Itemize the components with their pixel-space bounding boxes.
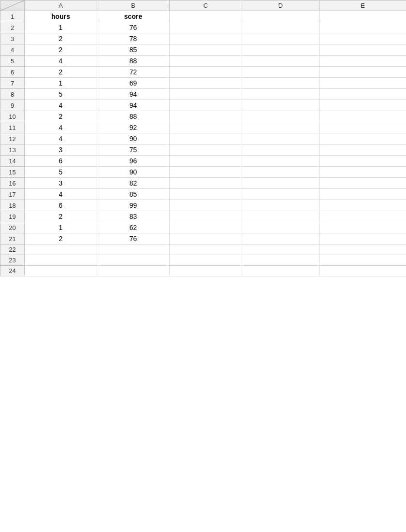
cell-e-7[interactable] xyxy=(319,78,406,89)
table-row[interactable]: 16382 xyxy=(0,178,406,189)
cell-a-24[interactable] xyxy=(25,266,97,276)
cell-e-3[interactable] xyxy=(319,33,406,44)
cell-c-3[interactable] xyxy=(170,33,242,44)
table-row[interactable]: 1hoursscore xyxy=(0,11,406,22)
cell-c-20[interactable] xyxy=(170,222,242,233)
cell-a-23[interactable] xyxy=(25,255,97,266)
cell-e-12[interactable] xyxy=(319,133,406,144)
cell-d-18[interactable] xyxy=(242,200,319,211)
table-row[interactable]: 14696 xyxy=(0,156,406,167)
cell-d-13[interactable] xyxy=(242,144,319,156)
table-row[interactable]: 21276 xyxy=(0,233,406,244)
cell-b-18[interactable]: 99 xyxy=(97,200,170,211)
table-row[interactable]: 13375 xyxy=(0,144,406,156)
cell-d-6[interactable] xyxy=(242,67,319,78)
table-row[interactable]: 24 xyxy=(0,266,406,276)
table-row[interactable]: 3278 xyxy=(0,33,406,44)
cell-c-1[interactable] xyxy=(170,11,242,22)
cell-e-4[interactable] xyxy=(319,44,406,56)
cell-e-11[interactable] xyxy=(319,122,406,133)
table-row[interactable]: 22 xyxy=(0,244,406,255)
table-row[interactable]: 23 xyxy=(0,255,406,266)
cell-b-15[interactable]: 90 xyxy=(97,167,170,178)
cell-a-7[interactable]: 1 xyxy=(25,78,97,89)
table-row[interactable]: 18699 xyxy=(0,200,406,211)
cell-a-22[interactable] xyxy=(25,244,97,255)
cell-c-4[interactable] xyxy=(170,44,242,56)
cell-e-2[interactable] xyxy=(319,22,406,33)
cell-b-8[interactable]: 94 xyxy=(97,89,170,100)
table-row[interactable]: 4285 xyxy=(0,44,406,56)
cell-c-23[interactable] xyxy=(170,255,242,266)
cell-e-10[interactable] xyxy=(319,111,406,122)
cell-a-4[interactable]: 2 xyxy=(25,44,97,56)
cell-a-11[interactable]: 4 xyxy=(25,122,97,133)
cell-e-19[interactable] xyxy=(319,211,406,222)
cell-a-10[interactable]: 2 xyxy=(25,111,97,122)
cell-e-22[interactable] xyxy=(319,244,406,255)
cell-e-13[interactable] xyxy=(319,144,406,156)
cell-a-20[interactable]: 1 xyxy=(25,222,97,233)
cell-d-2[interactable] xyxy=(242,22,319,33)
cell-c-11[interactable] xyxy=(170,122,242,133)
cell-c-5[interactable] xyxy=(170,56,242,67)
cell-e-1[interactable] xyxy=(319,11,406,22)
cell-c-19[interactable] xyxy=(170,211,242,222)
cell-a-9[interactable]: 4 xyxy=(25,100,97,111)
cell-b-21[interactable]: 76 xyxy=(97,233,170,244)
cell-e-8[interactable] xyxy=(319,89,406,100)
cell-c-14[interactable] xyxy=(170,156,242,167)
cell-c-6[interactable] xyxy=(170,67,242,78)
cell-d-14[interactable] xyxy=(242,156,319,167)
cell-b-24[interactable] xyxy=(97,266,170,276)
cell-d-10[interactable] xyxy=(242,111,319,122)
cell-a-21[interactable]: 2 xyxy=(25,233,97,244)
table-row[interactable]: 8594 xyxy=(0,89,406,100)
cell-a-12[interactable]: 4 xyxy=(25,133,97,144)
cell-d-7[interactable] xyxy=(242,78,319,89)
cell-b-2[interactable]: 76 xyxy=(97,22,170,33)
cell-e-21[interactable] xyxy=(319,233,406,244)
cell-b-22[interactable] xyxy=(97,244,170,255)
cell-e-23[interactable] xyxy=(319,255,406,266)
cell-c-9[interactable] xyxy=(170,100,242,111)
cell-a-3[interactable]: 2 xyxy=(25,33,97,44)
cell-d-20[interactable] xyxy=(242,222,319,233)
cell-d-4[interactable] xyxy=(242,44,319,56)
cell-e-17[interactable] xyxy=(319,189,406,200)
cell-a-19[interactable]: 2 xyxy=(25,211,97,222)
cell-e-9[interactable] xyxy=(319,100,406,111)
cell-d-16[interactable] xyxy=(242,178,319,189)
cell-a-15[interactable]: 5 xyxy=(25,167,97,178)
cell-b-13[interactable]: 75 xyxy=(97,144,170,156)
table-row[interactable]: 12490 xyxy=(0,133,406,144)
cell-b-7[interactable]: 69 xyxy=(97,78,170,89)
cell-e-24[interactable] xyxy=(319,266,406,276)
cell-b-11[interactable]: 92 xyxy=(97,122,170,133)
cell-d-5[interactable] xyxy=(242,56,319,67)
cell-d-8[interactable] xyxy=(242,89,319,100)
table-row[interactable]: 19283 xyxy=(0,211,406,222)
cell-a-1[interactable]: hours xyxy=(25,11,97,22)
cell-b-23[interactable] xyxy=(97,255,170,266)
cell-a-16[interactable]: 3 xyxy=(25,178,97,189)
cell-c-10[interactable] xyxy=(170,111,242,122)
cell-e-16[interactable] xyxy=(319,178,406,189)
table-row[interactable]: 2176 xyxy=(0,22,406,33)
cell-b-4[interactable]: 85 xyxy=(97,44,170,56)
col-header-e[interactable]: E xyxy=(319,0,406,11)
cell-a-18[interactable]: 6 xyxy=(25,200,97,211)
cell-d-23[interactable] xyxy=(242,255,319,266)
table-row[interactable]: 10288 xyxy=(0,111,406,122)
cell-c-22[interactable] xyxy=(170,244,242,255)
table-row[interactable]: 11492 xyxy=(0,122,406,133)
cell-e-18[interactable] xyxy=(319,200,406,211)
cell-d-9[interactable] xyxy=(242,100,319,111)
cell-b-19[interactable]: 83 xyxy=(97,211,170,222)
cell-c-16[interactable] xyxy=(170,178,242,189)
cell-d-17[interactable] xyxy=(242,189,319,200)
cell-c-18[interactable] xyxy=(170,200,242,211)
col-header-a[interactable]: A xyxy=(25,0,97,11)
cell-b-16[interactable]: 82 xyxy=(97,178,170,189)
cell-d-15[interactable] xyxy=(242,167,319,178)
